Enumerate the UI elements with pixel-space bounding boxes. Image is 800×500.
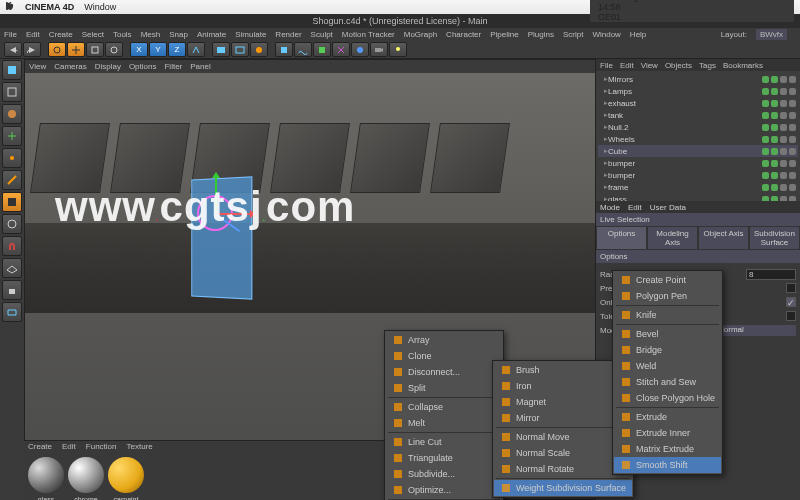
apple-icon[interactable] [6, 2, 15, 13]
axis-z-button[interactable]: Z [168, 42, 186, 57]
menuitem-clone[interactable]: Clone [386, 348, 502, 364]
menu-animate[interactable]: Animate [197, 30, 226, 39]
vmenu-cameras[interactable]: Cameras [54, 62, 86, 71]
menu-select[interactable]: Select [82, 30, 104, 39]
menuitem-bridge[interactable]: Bridge [614, 342, 721, 358]
menuitem-line-cut[interactable]: Line Cut [386, 434, 502, 450]
menuitem-extrude-inner[interactable]: Extrude Inner [614, 425, 721, 441]
menuitem-weight-subdivision-surface[interactable]: Weight Subdivision Surface [494, 480, 632, 496]
menuitem-extrude[interactable]: Extrude [614, 409, 721, 425]
menu-window[interactable]: Window [84, 2, 116, 12]
menuitem-melt[interactable]: Melt [386, 415, 502, 431]
object-row-bumper[interactable]: ▸ bumper [598, 169, 798, 181]
axis-mode-button[interactable] [2, 126, 22, 146]
menu-snap[interactable]: Snap [169, 30, 188, 39]
om-objects[interactable]: Objects [665, 61, 692, 70]
render-button[interactable] [212, 42, 230, 57]
menu-edit[interactable]: Edit [26, 30, 40, 39]
object-row-lamps[interactable]: ▸ Lamps [598, 85, 798, 97]
attr-userdata[interactable]: User Data [650, 203, 686, 212]
context-menu-mesh[interactable]: ArrayCloneDisconnect...SplitCollapseMelt… [384, 330, 504, 500]
planar-workplane-button[interactable] [2, 302, 22, 322]
menu-help[interactable]: Help [630, 30, 646, 39]
menuitem-optimize-[interactable]: Optimize... [386, 482, 502, 498]
layout-dropdown[interactable]: BWvfx [756, 29, 787, 40]
object-manager[interactable]: ▸ Mirrors▸ Lamps▸ exhaust▸ tank▸ Null.2▸… [596, 71, 800, 201]
render-settings-button[interactable] [250, 42, 268, 57]
menu-pipeline[interactable]: Pipeline [490, 30, 518, 39]
menu-window[interactable]: Window [592, 30, 620, 39]
object-row-cube[interactable]: ▸ Cube [598, 145, 798, 157]
material-chrome[interactable]: chrome [68, 457, 104, 493]
menu-create[interactable]: Create [49, 30, 73, 39]
tab-subdiv[interactable]: Subdivision Surface [749, 226, 800, 250]
mat-create[interactable]: Create [28, 441, 52, 453]
menu-tools[interactable]: Tools [113, 30, 132, 39]
menu-mesh[interactable]: Mesh [141, 30, 161, 39]
scale-button[interactable] [86, 42, 104, 57]
make-editable-button[interactable] [2, 60, 22, 80]
vmenu-panel[interactable]: Panel [190, 62, 210, 71]
radius-input[interactable]: 8 [746, 269, 796, 280]
mat-function[interactable]: Function [86, 441, 117, 453]
menu-script[interactable]: Script [563, 30, 583, 39]
selected-polygon[interactable] [191, 176, 252, 299]
menuitem-smooth-shift[interactable]: Smooth Shift [614, 457, 721, 473]
pdr-checkbox[interactable] [786, 283, 796, 293]
vmenu-filter[interactable]: Filter [164, 62, 182, 71]
gizmo-y-axis[interactable] [215, 173, 217, 213]
context-submenu-create[interactable]: Create PointPolygon PenKnifeBevelBridgeW… [612, 270, 723, 475]
app-menubar[interactable]: File Edit Create Select Tools Mesh Snap … [0, 28, 800, 41]
attr-edit[interactable]: Edit [628, 203, 642, 212]
menuitem-knife[interactable]: Knife [614, 307, 721, 323]
point-mode-button[interactable] [2, 148, 22, 168]
undo-button[interactable] [4, 42, 22, 57]
ovis-checkbox[interactable]: ✓ [786, 297, 796, 307]
axis-x-button[interactable]: X [130, 42, 148, 57]
rotate-button[interactable] [105, 42, 123, 57]
material-carpaint[interactable]: carpaint [108, 457, 144, 493]
object-row-tank[interactable]: ▸ tank [598, 109, 798, 121]
tab-options[interactable]: Options [596, 226, 647, 250]
texture-mode-button[interactable] [2, 104, 22, 124]
environment-button[interactable] [351, 42, 369, 57]
axis-y-button[interactable]: Y [149, 42, 167, 57]
menuitem-array[interactable]: Array [386, 332, 502, 348]
vmenu-options[interactable]: Options [129, 62, 157, 71]
edge-mode-button[interactable] [2, 170, 22, 190]
mat-texture[interactable]: Texture [127, 441, 153, 453]
gizmo-x-axis[interactable] [215, 213, 255, 215]
render-region-button[interactable] [231, 42, 249, 57]
menu-file[interactable]: File [4, 30, 17, 39]
om-tags[interactable]: Tags [699, 61, 716, 70]
menuitem-matrix-extrude[interactable]: Matrix Extrude [614, 441, 721, 457]
object-manager-menu[interactable]: File Edit View Objects Tags Bookmarks [596, 59, 800, 71]
model-mode-button[interactable] [2, 82, 22, 102]
object-row-wheels[interactable]: ▸ Wheels [598, 133, 798, 145]
app-name[interactable]: CINEMA 4D [25, 2, 74, 12]
menuitem-split[interactable]: Split [386, 380, 502, 396]
attr-mode[interactable]: Mode [600, 203, 620, 212]
object-row-mirrors[interactable]: ▸ Mirrors [598, 73, 798, 85]
prim-cube-button[interactable] [275, 42, 293, 57]
move-button[interactable] [67, 42, 85, 57]
polygon-mode-button[interactable] [2, 192, 22, 212]
mac-menubar[interactable]: CINEMA 4D Window Tue 9 Aug 14:58 GE01 [0, 0, 800, 14]
menu-sculpt[interactable]: Sculpt [311, 30, 333, 39]
object-row-exhaust[interactable]: ▸ exhaust [598, 97, 798, 109]
light-button[interactable] [389, 42, 407, 57]
menu-plugins[interactable]: Plugins [528, 30, 554, 39]
menu-render[interactable]: Render [275, 30, 301, 39]
tol-checkbox[interactable] [786, 311, 796, 321]
prim-spline-button[interactable] [294, 42, 312, 57]
mode-select[interactable]: Normal [716, 325, 796, 336]
attr-menubar[interactable]: Mode Edit User Data [596, 201, 800, 213]
redo-button[interactable] [23, 42, 41, 57]
vmenu-display[interactable]: Display [95, 62, 121, 71]
viewport-menubar[interactable]: View Cameras Display Options Filter Pane… [25, 60, 595, 73]
workplane-button[interactable] [2, 258, 22, 278]
object-row-bumper[interactable]: ▸ bumper [598, 157, 798, 169]
object-row-null.2[interactable]: ▸ Null.2 [598, 121, 798, 133]
om-edit[interactable]: Edit [620, 61, 634, 70]
menuitem-collapse[interactable]: Collapse [386, 399, 502, 415]
